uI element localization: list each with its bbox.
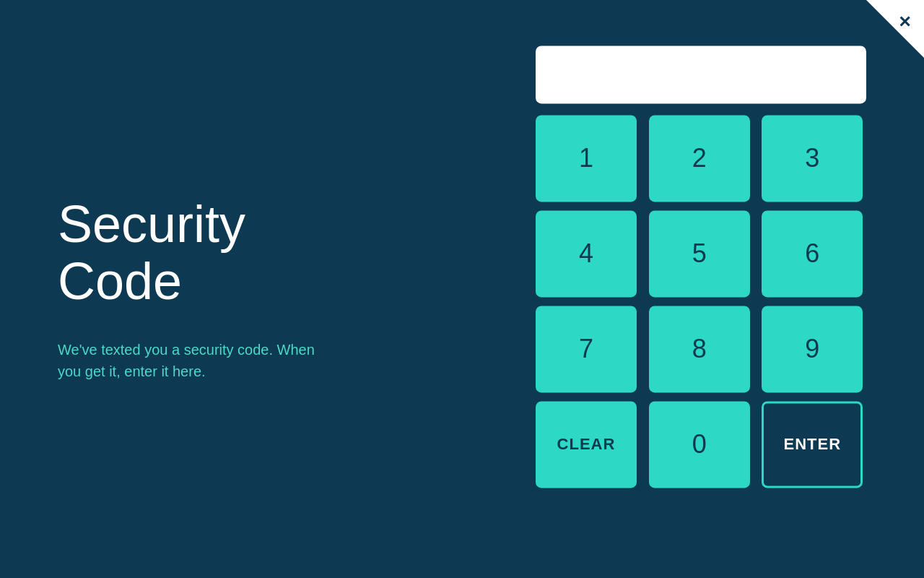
key-7-button[interactable]: 7 [536, 306, 637, 392]
right-panel: 123456789CLEAR0ENTER [536, 46, 866, 488]
key-8-button[interactable]: 8 [649, 306, 750, 392]
key-4-button[interactable]: 4 [536, 210, 637, 297]
keypad: 123456789CLEAR0ENTER [536, 115, 866, 488]
key-6-button[interactable]: 6 [762, 210, 863, 297]
key-enter-button[interactable]: ENTER [762, 401, 863, 488]
close-icon[interactable]: ✕ [898, 13, 911, 32]
code-input[interactable] [536, 46, 866, 103]
key-1-button[interactable]: 1 [536, 115, 637, 202]
key-9-button[interactable]: 9 [762, 306, 863, 392]
left-panel: Security Code We've texted you a securit… [58, 196, 332, 382]
page-title: Security Code [58, 196, 332, 310]
key-0-button[interactable]: 0 [649, 401, 750, 488]
subtitle-text: We've texted you a security code. When y… [58, 339, 332, 382]
close-corner[interactable]: ✕ [866, 0, 924, 58]
key-5-button[interactable]: 5 [649, 210, 750, 297]
key-3-button[interactable]: 3 [762, 115, 863, 202]
key-2-button[interactable]: 2 [649, 115, 750, 202]
key-clear-button[interactable]: CLEAR [536, 401, 637, 488]
